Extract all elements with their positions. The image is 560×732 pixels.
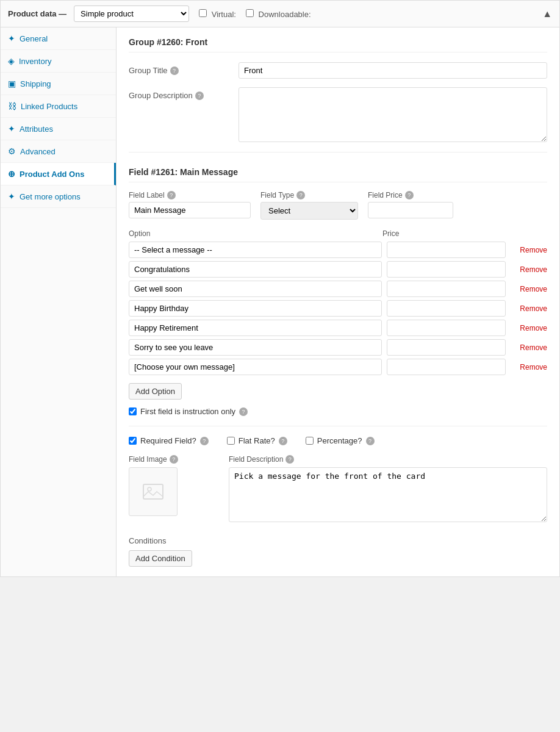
option-remove-button[interactable]: Remove	[511, 265, 547, 274]
svg-rect-0	[143, 484, 163, 499]
image-placeholder-icon	[141, 479, 165, 504]
options-col-header: Option	[129, 228, 382, 239]
inventory-icon: ◈	[8, 56, 15, 66]
add-option-button[interactable]: Add Option	[129, 383, 182, 400]
first-field-checkbox[interactable]	[129, 407, 137, 415]
field-header: Field #1261: Main Message	[129, 167, 547, 182]
section-divider	[129, 152, 547, 152]
flat-rate-checkbox[interactable]	[227, 437, 235, 445]
sidebar-item-shipping[interactable]: ▣ Shipping	[1, 73, 116, 95]
advanced-icon: ⚙	[8, 146, 16, 156]
flat-rate-item: Flat Rate? ?	[227, 436, 287, 445]
virtual-checkbox[interactable]	[199, 9, 207, 17]
field-price-item: Field Price ?	[368, 191, 453, 220]
field-label-input[interactable]	[129, 202, 251, 218]
field-label-help-icon: ?	[167, 191, 176, 199]
sidebar-item-get-more-options[interactable]: ✦ Get more options	[1, 185, 116, 208]
group-description-help-icon: ?	[195, 92, 204, 100]
product-type-select[interactable]: Simple product Variable product Grouped …	[74, 5, 189, 22]
field-desc-help-icon: ?	[285, 455, 294, 464]
field-description-textarea[interactable]: Pick a message for the front of the card	[229, 467, 547, 522]
percentage-checkbox[interactable]	[306, 437, 314, 445]
option-remove-button[interactable]: Remove	[511, 304, 547, 313]
first-field-help-icon: ?	[239, 407, 248, 416]
flat-rate-help-icon: ?	[279, 437, 287, 445]
option-row: Remove	[129, 359, 547, 375]
option-remove-button[interactable]: Remove	[511, 343, 547, 352]
field-price-help-icon: ?	[405, 191, 414, 199]
option-row: Remove	[129, 320, 547, 336]
group-description-label: Group Description ?	[129, 87, 239, 100]
option-name-input[interactable]	[129, 359, 382, 375]
sidebar: ✦ General ◈ Inventory ▣ Shipping ⛓ Linke…	[1, 27, 117, 576]
option-name-input[interactable]	[129, 339, 382, 356]
field-price-input[interactable]	[368, 202, 453, 218]
option-remove-button[interactable]: Remove	[511, 246, 547, 254]
option-price-input[interactable]	[387, 300, 506, 317]
add-ons-icon: ⊕	[8, 169, 15, 179]
product-data-body: ✦ General ◈ Inventory ▣ Shipping ⛓ Linke…	[1, 27, 559, 576]
options-header: Option Price	[129, 228, 547, 239]
required-field-item: Required Field? ?	[129, 436, 209, 445]
field-image-help-icon: ?	[170, 455, 178, 464]
add-condition-button[interactable]: Add Condition	[129, 550, 192, 567]
general-icon: ✦	[8, 34, 15, 43]
option-name-input[interactable]	[129, 300, 382, 317]
required-field-label: Required Field?	[140, 436, 196, 445]
attributes-icon: ✦	[8, 124, 15, 134]
option-name-input[interactable]	[129, 281, 382, 297]
get-more-icon: ✦	[8, 192, 15, 201]
image-placeholder[interactable]	[129, 467, 178, 516]
option-remove-button[interactable]: Remove	[511, 363, 547, 371]
collapse-arrow-icon[interactable]: ▲	[542, 9, 552, 20]
field-bottom-row: Field Image ? Fie	[129, 455, 547, 524]
first-field-row: First field is instruction only ?	[129, 407, 547, 416]
sidebar-item-attributes[interactable]: ✦ Attributes	[1, 118, 116, 140]
group-title-label: Group Title ?	[129, 62, 239, 75]
group-description-row: Group Description ?	[129, 87, 547, 142]
field-description-label: Field Description ?	[229, 455, 547, 464]
options-checkboxes: Required Field? ? Flat Rate? ? Percentag…	[129, 436, 547, 445]
sidebar-item-advanced[interactable]: ⚙ Advanced	[1, 140, 116, 163]
downloadable-checkbox[interactable]	[246, 9, 254, 17]
svg-point-1	[148, 487, 151, 491]
field-meta-row: Field Label ? Field Type ? Select Text	[129, 191, 547, 220]
percentage-help-icon: ?	[366, 437, 375, 445]
option-row: Remove	[129, 261, 547, 278]
sidebar-item-linked-products[interactable]: ⛓ Linked Products	[1, 95, 116, 118]
remove-col-header	[504, 228, 547, 239]
required-field-checkbox[interactable]	[129, 437, 137, 445]
first-field-label: First field is instruction only	[140, 407, 235, 416]
sidebar-item-general[interactable]: ✦ General	[1, 27, 116, 50]
group-title-help-icon: ?	[170, 66, 179, 75]
option-remove-button[interactable]: Remove	[511, 285, 547, 293]
sidebar-item-product-add-ons[interactable]: ⊕ Product Add Ons	[1, 163, 116, 185]
product-data-panel: Product data — Simple product Variable p…	[0, 0, 560, 577]
checkboxes-divider	[129, 426, 547, 426]
group-title-input[interactable]	[239, 62, 547, 79]
field-section: Field #1261: Main Message Field Label ? …	[129, 167, 547, 567]
field-image-label: Field Image ?	[129, 455, 214, 464]
field-type-label: Field Type ?	[260, 191, 358, 199]
option-name-input[interactable]	[129, 261, 382, 278]
option-price-input[interactable]	[387, 359, 506, 375]
option-name-input[interactable]	[129, 320, 382, 336]
option-remove-button[interactable]: Remove	[511, 324, 547, 332]
option-price-input[interactable]	[387, 320, 506, 336]
field-type-select[interactable]: Select Text Textarea Checkbox Radio	[260, 202, 358, 220]
option-price-input[interactable]	[387, 281, 506, 297]
downloadable-label: Downloadable:	[246, 9, 311, 19]
field-label-label: Field Label ?	[129, 191, 251, 199]
option-price-input[interactable]	[387, 339, 506, 356]
sidebar-item-inventory[interactable]: ◈ Inventory	[1, 50, 116, 73]
group-description-input[interactable]	[239, 87, 547, 142]
group-title-row: Group Title ?	[129, 62, 547, 79]
percentage-label: Percentage?	[317, 436, 362, 445]
conditions-section: Conditions Add Condition	[129, 536, 547, 567]
flat-rate-label: Flat Rate?	[239, 436, 275, 445]
option-name-input[interactable]	[129, 242, 382, 258]
linked-products-icon: ⛓	[8, 101, 16, 111]
option-row: Remove	[129, 339, 547, 356]
option-price-input[interactable]	[387, 242, 506, 258]
option-price-input[interactable]	[387, 261, 506, 278]
